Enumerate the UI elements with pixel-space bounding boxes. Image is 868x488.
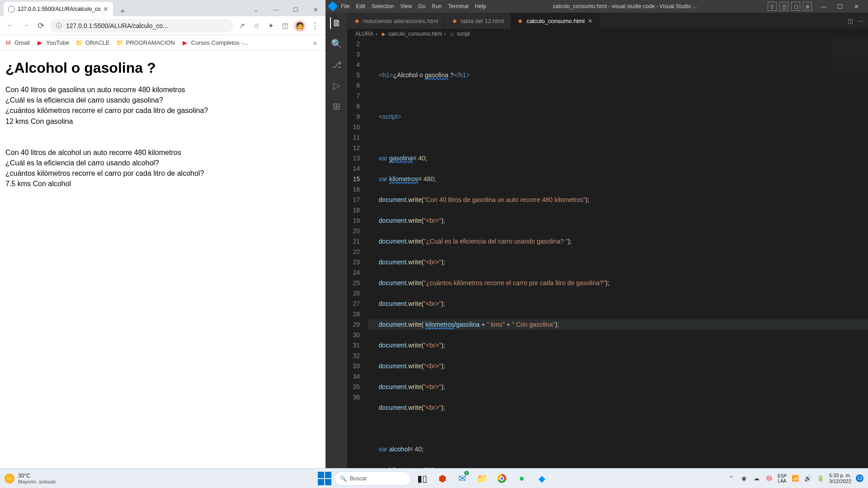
tab-tabla12[interactable]: ◆tabla del 12.html bbox=[445, 13, 510, 29]
wifi-icon[interactable]: 📶 bbox=[791, 474, 799, 483]
alc-line-1: Con 40 litros de alcohol un auto recorre… bbox=[5, 147, 320, 158]
bookmark-oracle[interactable]: 📁ORACLE bbox=[75, 39, 109, 47]
bookmarks-overflow-icon[interactable]: » bbox=[309, 37, 321, 49]
bookmark-cursos[interactable]: ▶Cursos Completos -... bbox=[181, 39, 248, 47]
bookmark-youtube[interactable]: ▶YouTube bbox=[36, 39, 69, 47]
chrome-window: 127.0.0.1:5500/ALURA/calculo_co ✕ ＋ ⌄ — … bbox=[0, 0, 326, 468]
chrome-titlebar: 127.0.0.1:5500/ALURA/calculo_co ✕ ＋ ⌄ — … bbox=[0, 0, 326, 16]
minimap[interactable] bbox=[832, 39, 868, 93]
spotify-icon[interactable]: ● bbox=[513, 470, 530, 487]
bookmarks-bar: MGmail ▶YouTube 📁ORACLE 📁PROGRAMACION ▶C… bbox=[0, 35, 326, 51]
breadcrumb[interactable]: ALURA› ◆calculo_consumo.html› ◇script bbox=[347, 29, 868, 39]
new-tab-button[interactable]: ＋ bbox=[113, 5, 132, 16]
menu-selection[interactable]: Selection bbox=[372, 3, 394, 9]
gas-line-2: ¿Cuál es la eficiencia del carro usando … bbox=[5, 95, 320, 105]
reload-button[interactable]: ⟳ bbox=[34, 19, 47, 32]
explorer-icon[interactable]: 📁 bbox=[473, 470, 491, 487]
more-icon[interactable]: ⋯ bbox=[858, 18, 863, 24]
close-button[interactable]: ✕ bbox=[848, 0, 864, 13]
onedrive-icon[interactable]: ☁ bbox=[752, 474, 760, 483]
language-indicator[interactable]: ESPLAA bbox=[778, 474, 787, 483]
tab-calculo[interactable]: ◆calculo_consumo.html✕ bbox=[511, 13, 600, 29]
avatar[interactable]: 🧑 bbox=[294, 20, 306, 32]
close-icon[interactable]: ✕ bbox=[588, 18, 593, 24]
bookmark-programacion[interactable]: 📁PROGRAMACION bbox=[116, 39, 175, 47]
share-icon[interactable]: ↗ bbox=[236, 20, 248, 32]
mcafee-icon[interactable]: Ⓜ bbox=[765, 474, 773, 483]
info-icon[interactable]: ⓘ bbox=[55, 22, 62, 29]
more-icon[interactable]: ⋮ bbox=[308, 21, 322, 31]
menu-view[interactable]: View bbox=[400, 3, 412, 9]
maximize-button[interactable]: ☐ bbox=[832, 0, 848, 13]
page-title: ¿Alcohol o gasolina ? bbox=[5, 60, 320, 76]
code-editor[interactable]: 2345678910111213141516171819202122232425… bbox=[347, 39, 868, 488]
chevron-down-icon[interactable]: ⌄ bbox=[246, 3, 266, 16]
code-area[interactable]: <h1>¿Alcohol o gasolina ?</h1> <script> … bbox=[368, 39, 868, 488]
globe-icon bbox=[8, 6, 15, 13]
menu-bar: File Edit Selection View Go Run Terminal… bbox=[341, 3, 486, 9]
split-editor-icon[interactable]: ◫ bbox=[848, 18, 853, 24]
git-icon[interactable]: ⎇ bbox=[330, 59, 342, 70]
back-button[interactable]: ← bbox=[4, 19, 16, 32]
url-text: 127.0.0.1:5500/ALURA/calculo_co... bbox=[66, 22, 168, 29]
html-icon: ◆ bbox=[451, 18, 458, 24]
tab-reduciendo[interactable]: ◆reduciendo alteraciones.html bbox=[347, 13, 445, 29]
page-content: ¿Alcohol o gasolina ? Con 40 litros de g… bbox=[0, 51, 326, 468]
gas-line-4: 12 kms Con gasolina bbox=[5, 116, 320, 127]
alc-line-4: 7.5 kms Con alcohol bbox=[5, 178, 320, 189]
extensions-icon[interactable]: ⊞ bbox=[330, 100, 342, 112]
gmail-icon: M bbox=[5, 39, 12, 47]
notification-badge[interactable]: 13 bbox=[856, 474, 863, 482]
close-icon[interactable]: ✕ bbox=[103, 5, 108, 13]
menu-go[interactable]: Go bbox=[418, 3, 425, 9]
mail-icon[interactable]: ✉1 bbox=[453, 470, 471, 487]
office-icon[interactable]: ⬢ bbox=[434, 470, 451, 487]
address-bar[interactable]: ⓘ 127.0.0.1:5500/ALURA/calculo_co... bbox=[50, 19, 233, 33]
start-button[interactable] bbox=[318, 472, 331, 485]
layout-icon[interactable]: ⊞ bbox=[803, 2, 812, 11]
layout-icon[interactable]: ◫ bbox=[779, 2, 788, 11]
minimize-button[interactable]: — bbox=[816, 0, 832, 13]
activity-bar: 🗎 🔍 ⎇ ▷ ⊞ ◯ ⚙ bbox=[326, 13, 347, 488]
taskbar: 30°C Mayorm. soleado 🔍Buscar ▮▯ ⬢ ✉1 📁 ●… bbox=[0, 468, 868, 488]
menu-help[interactable]: Help bbox=[475, 3, 486, 9]
search-icon[interactable]: 🔍 bbox=[330, 38, 342, 50]
layout-icon[interactable]: ▯ bbox=[768, 2, 777, 11]
extensions-icon[interactable]: ✦ bbox=[265, 20, 277, 32]
maximize-button[interactable]: ☐ bbox=[286, 3, 306, 16]
clock[interactable]: 5:33 p. m. 3/12/2022 bbox=[829, 473, 851, 484]
html-icon: ◆ bbox=[354, 18, 360, 24]
weather-desc: Mayorm. soleado bbox=[18, 479, 56, 484]
vscode-logo-icon bbox=[328, 1, 338, 12]
minimize-button[interactable]: — bbox=[266, 3, 286, 16]
chevron-up-icon[interactable]: ⌃ bbox=[727, 474, 735, 483]
sidepanel-icon[interactable]: ◫ bbox=[279, 20, 291, 32]
menu-edit[interactable]: Edit bbox=[356, 3, 365, 9]
vscode-icon[interactable]: ◆ bbox=[533, 470, 550, 487]
bookmark-gmail[interactable]: MGmail bbox=[5, 39, 30, 47]
chrome-icon[interactable] bbox=[493, 470, 510, 487]
star-icon[interactable]: ☆ bbox=[250, 20, 262, 32]
forward-button[interactable]: → bbox=[19, 19, 32, 32]
vscode-window: File Edit Selection View Go Run Terminal… bbox=[326, 0, 868, 468]
explorer-icon[interactable]: 🗎 bbox=[330, 17, 342, 29]
volume-icon[interactable]: 🔊 bbox=[804, 474, 812, 483]
search-box[interactable]: 🔍Buscar bbox=[334, 471, 411, 486]
menu-run[interactable]: Run bbox=[432, 3, 442, 9]
layout-icon[interactable]: ▢ bbox=[791, 2, 800, 11]
weather-widget[interactable]: 30°C Mayorm. soleado bbox=[5, 473, 56, 484]
battery-icon[interactable]: 🔋 bbox=[816, 474, 825, 483]
gas-line-3: ¿cuántos kilómetros recorre el carro por… bbox=[5, 105, 320, 116]
search-icon: 🔍 bbox=[340, 475, 347, 482]
line-gutter: 2345678910111213141516171819202122232425… bbox=[347, 39, 368, 488]
html-icon: ◆ bbox=[380, 31, 386, 37]
taskview-icon[interactable]: ▮▯ bbox=[414, 470, 431, 487]
chrome-tab[interactable]: 127.0.0.1:5500/ALURA/calculo_co ✕ bbox=[4, 2, 113, 16]
discord-icon[interactable]: ◉ bbox=[740, 474, 748, 483]
vscode-titlebar: File Edit Selection View Go Run Terminal… bbox=[326, 0, 868, 13]
menu-terminal[interactable]: Terminal bbox=[448, 3, 468, 9]
close-button[interactable]: ✕ bbox=[306, 3, 326, 16]
menu-file[interactable]: File bbox=[341, 3, 349, 9]
editor-tabs: ◆reduciendo alteraciones.html ◆tabla del… bbox=[347, 13, 868, 29]
debug-icon[interactable]: ▷ bbox=[330, 80, 342, 91]
